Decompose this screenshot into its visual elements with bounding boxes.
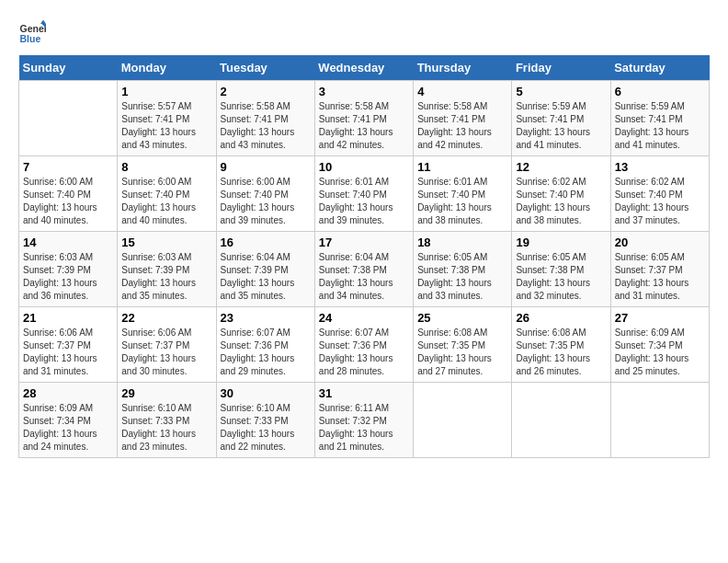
day-info: Sunrise: 6:07 AM Sunset: 7:36 PM Dayligh… bbox=[319, 327, 409, 378]
calendar-cell: 9Sunrise: 6:00 AM Sunset: 7:40 PM Daylig… bbox=[216, 156, 314, 232]
svg-marker-2 bbox=[40, 20, 46, 25]
calendar-cell: 15Sunrise: 6:03 AM Sunset: 7:39 PM Dayli… bbox=[118, 232, 216, 307]
day-info: Sunrise: 6:10 AM Sunset: 7:33 PM Dayligh… bbox=[221, 402, 311, 454]
calendar-cell bbox=[414, 383, 512, 458]
day-info: Sunrise: 5:58 AM Sunset: 7:41 PM Dayligh… bbox=[221, 100, 311, 152]
day-number: 7 bbox=[23, 160, 113, 174]
day-info: Sunrise: 6:00 AM Sunset: 7:40 PM Dayligh… bbox=[23, 176, 113, 227]
page-header: General Blue bbox=[18, 18, 710, 46]
calendar-cell: 27Sunrise: 6:09 AM Sunset: 7:34 PM Dayli… bbox=[610, 307, 709, 383]
calendar-cell: 11Sunrise: 6:01 AM Sunset: 7:40 PM Dayli… bbox=[414, 156, 512, 232]
day-number: 10 bbox=[319, 160, 409, 174]
day-header-friday: Friday bbox=[512, 55, 610, 81]
day-info: Sunrise: 5:59 AM Sunset: 7:41 PM Dayligh… bbox=[615, 100, 705, 152]
day-number: 2 bbox=[221, 85, 311, 98]
day-info: Sunrise: 6:05 AM Sunset: 7:37 PM Dayligh… bbox=[615, 251, 705, 303]
day-number: 23 bbox=[221, 311, 311, 325]
calendar-cell: 31Sunrise: 6:11 AM Sunset: 7:32 PM Dayli… bbox=[314, 383, 413, 458]
day-number: 17 bbox=[319, 236, 409, 249]
day-info: Sunrise: 6:09 AM Sunset: 7:34 PM Dayligh… bbox=[615, 327, 705, 378]
calendar-cell: 22Sunrise: 6:06 AM Sunset: 7:37 PM Dayli… bbox=[118, 307, 216, 383]
day-info: Sunrise: 6:05 AM Sunset: 7:38 PM Dayligh… bbox=[417, 251, 507, 303]
day-info: Sunrise: 6:03 AM Sunset: 7:39 PM Dayligh… bbox=[23, 251, 113, 303]
day-number: 26 bbox=[516, 311, 606, 325]
day-number: 25 bbox=[417, 311, 507, 325]
day-info: Sunrise: 6:02 AM Sunset: 7:40 PM Dayligh… bbox=[516, 176, 606, 227]
day-info: Sunrise: 6:07 AM Sunset: 7:36 PM Dayligh… bbox=[221, 327, 311, 378]
day-number: 11 bbox=[417, 160, 507, 174]
calendar-cell: 18Sunrise: 6:05 AM Sunset: 7:38 PM Dayli… bbox=[414, 232, 512, 307]
day-number: 14 bbox=[23, 236, 113, 249]
day-number: 21 bbox=[23, 311, 113, 325]
day-info: Sunrise: 6:09 AM Sunset: 7:34 PM Dayligh… bbox=[23, 402, 113, 454]
calendar-week-row: 1Sunrise: 5:57 AM Sunset: 7:41 PM Daylig… bbox=[19, 81, 710, 156]
day-number: 31 bbox=[319, 386, 409, 400]
calendar-cell: 3Sunrise: 5:58 AM Sunset: 7:41 PM Daylig… bbox=[314, 81, 413, 156]
day-number: 18 bbox=[417, 236, 507, 249]
day-info: Sunrise: 6:01 AM Sunset: 7:40 PM Dayligh… bbox=[319, 176, 409, 227]
day-number: 3 bbox=[319, 85, 409, 98]
calendar-cell: 2Sunrise: 5:58 AM Sunset: 7:41 PM Daylig… bbox=[216, 81, 314, 156]
day-info: Sunrise: 6:08 AM Sunset: 7:35 PM Dayligh… bbox=[516, 327, 606, 378]
calendar-week-row: 14Sunrise: 6:03 AM Sunset: 7:39 PM Dayli… bbox=[19, 232, 710, 307]
day-number: 29 bbox=[121, 386, 211, 400]
calendar-cell bbox=[19, 81, 118, 156]
day-number: 16 bbox=[221, 236, 311, 249]
calendar-cell: 30Sunrise: 6:10 AM Sunset: 7:33 PM Dayli… bbox=[216, 383, 314, 458]
day-info: Sunrise: 6:10 AM Sunset: 7:33 PM Dayligh… bbox=[121, 402, 211, 454]
day-number: 4 bbox=[417, 85, 507, 98]
calendar-table: SundayMondayTuesdayWednesdayThursdayFrid… bbox=[18, 55, 710, 458]
day-info: Sunrise: 6:00 AM Sunset: 7:40 PM Dayligh… bbox=[221, 176, 311, 227]
day-info: Sunrise: 5:57 AM Sunset: 7:41 PM Dayligh… bbox=[121, 100, 211, 152]
logo: General Blue bbox=[18, 18, 46, 46]
day-number: 20 bbox=[615, 236, 705, 249]
calendar-cell: 16Sunrise: 6:04 AM Sunset: 7:39 PM Dayli… bbox=[216, 232, 314, 307]
calendar-cell: 24Sunrise: 6:07 AM Sunset: 7:36 PM Dayli… bbox=[314, 307, 413, 383]
svg-text:Blue: Blue bbox=[20, 33, 41, 44]
calendar-cell: 23Sunrise: 6:07 AM Sunset: 7:36 PM Dayli… bbox=[216, 307, 314, 383]
calendar-cell: 14Sunrise: 6:03 AM Sunset: 7:39 PM Dayli… bbox=[19, 232, 118, 307]
day-number: 12 bbox=[516, 160, 606, 174]
day-number: 24 bbox=[319, 311, 409, 325]
calendar-cell: 20Sunrise: 6:05 AM Sunset: 7:37 PM Dayli… bbox=[610, 232, 709, 307]
day-number: 1 bbox=[121, 85, 211, 98]
day-info: Sunrise: 6:03 AM Sunset: 7:39 PM Dayligh… bbox=[121, 251, 211, 303]
day-number: 9 bbox=[221, 160, 311, 174]
calendar-cell: 17Sunrise: 6:04 AM Sunset: 7:38 PM Dayli… bbox=[314, 232, 413, 307]
calendar-cell bbox=[610, 383, 709, 458]
calendar-cell: 21Sunrise: 6:06 AM Sunset: 7:37 PM Dayli… bbox=[19, 307, 118, 383]
day-number: 28 bbox=[23, 386, 113, 400]
calendar-cell: 5Sunrise: 5:59 AM Sunset: 7:41 PM Daylig… bbox=[512, 81, 610, 156]
calendar-week-row: 7Sunrise: 6:00 AM Sunset: 7:40 PM Daylig… bbox=[19, 156, 710, 232]
day-number: 5 bbox=[516, 85, 606, 98]
day-info: Sunrise: 6:05 AM Sunset: 7:38 PM Dayligh… bbox=[516, 251, 606, 303]
day-info: Sunrise: 6:00 AM Sunset: 7:40 PM Dayligh… bbox=[121, 176, 211, 227]
day-info: Sunrise: 5:59 AM Sunset: 7:41 PM Dayligh… bbox=[516, 100, 606, 152]
day-header-tuesday: Tuesday bbox=[216, 55, 314, 81]
day-number: 15 bbox=[121, 236, 211, 249]
day-info: Sunrise: 6:04 AM Sunset: 7:38 PM Dayligh… bbox=[319, 251, 409, 303]
calendar-cell: 10Sunrise: 6:01 AM Sunset: 7:40 PM Dayli… bbox=[314, 156, 413, 232]
calendar-cell bbox=[512, 383, 610, 458]
day-number: 19 bbox=[516, 236, 606, 249]
day-info: Sunrise: 5:58 AM Sunset: 7:41 PM Dayligh… bbox=[319, 100, 409, 152]
day-header-sunday: Sunday bbox=[19, 55, 118, 81]
day-number: 30 bbox=[221, 386, 311, 400]
calendar-cell: 25Sunrise: 6:08 AM Sunset: 7:35 PM Dayli… bbox=[414, 307, 512, 383]
calendar-cell: 6Sunrise: 5:59 AM Sunset: 7:41 PM Daylig… bbox=[610, 81, 709, 156]
day-info: Sunrise: 6:08 AM Sunset: 7:35 PM Dayligh… bbox=[417, 327, 507, 378]
calendar-cell: 13Sunrise: 6:02 AM Sunset: 7:40 PM Dayli… bbox=[610, 156, 709, 232]
day-header-wednesday: Wednesday bbox=[314, 55, 413, 81]
calendar-cell: 29Sunrise: 6:10 AM Sunset: 7:33 PM Dayli… bbox=[118, 383, 216, 458]
calendar-header-row: SundayMondayTuesdayWednesdayThursdayFrid… bbox=[19, 55, 710, 81]
day-info: Sunrise: 6:06 AM Sunset: 7:37 PM Dayligh… bbox=[23, 327, 113, 378]
calendar-cell: 8Sunrise: 6:00 AM Sunset: 7:40 PM Daylig… bbox=[118, 156, 216, 232]
day-number: 6 bbox=[615, 85, 705, 98]
calendar-week-row: 28Sunrise: 6:09 AM Sunset: 7:34 PM Dayli… bbox=[19, 383, 710, 458]
day-header-thursday: Thursday bbox=[414, 55, 512, 81]
day-info: Sunrise: 6:04 AM Sunset: 7:39 PM Dayligh… bbox=[221, 251, 311, 303]
day-info: Sunrise: 5:58 AM Sunset: 7:41 PM Dayligh… bbox=[417, 100, 507, 152]
calendar-cell: 26Sunrise: 6:08 AM Sunset: 7:35 PM Dayli… bbox=[512, 307, 610, 383]
calendar-cell: 4Sunrise: 5:58 AM Sunset: 7:41 PM Daylig… bbox=[414, 81, 512, 156]
day-number: 27 bbox=[615, 311, 705, 325]
